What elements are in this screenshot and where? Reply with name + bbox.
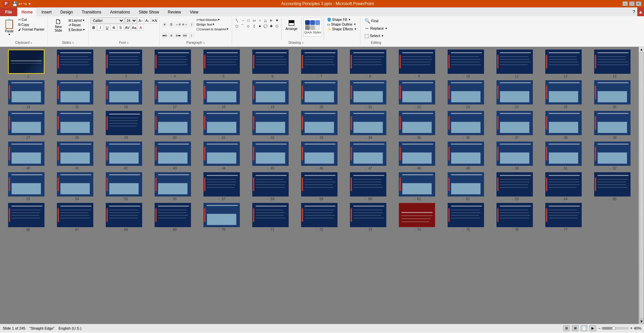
slide-item-46[interactable]: ☆46 bbox=[296, 142, 343, 170]
undo-button[interactable]: ↩ bbox=[19, 1, 22, 6]
slide-item-12[interactable]: ☆12 bbox=[540, 50, 587, 78]
slide-item-21[interactable]: ☆21 bbox=[345, 80, 392, 109]
slide-star-27[interactable]: ☆ bbox=[22, 136, 25, 140]
shape-callout-btn[interactable]: 💬 bbox=[263, 23, 268, 29]
slide-star-8[interactable]: ☆ bbox=[365, 75, 368, 78]
slide-item-47[interactable]: ☆47 bbox=[345, 142, 392, 170]
shape-star-btn[interactable]: ★ bbox=[257, 23, 262, 29]
slide-star-59[interactable]: ☆ bbox=[315, 198, 318, 201]
slide-star-69[interactable]: ☆ bbox=[169, 228, 171, 232]
shape-oval-btn[interactable]: ○ bbox=[257, 18, 262, 23]
slide-item-7[interactable]: ☆7 bbox=[296, 50, 343, 78]
align-text-dropdown[interactable]: ▼ bbox=[212, 23, 215, 26]
paste-button[interactable]: 📋 Paste ▼ bbox=[2, 18, 17, 37]
slide-item-6[interactable]: ☆6 bbox=[247, 50, 294, 78]
view-present-button[interactable]: ▶ bbox=[589, 325, 596, 331]
slide-item-65[interactable]: ☆65 bbox=[589, 172, 636, 201]
ribbon-collapse-button[interactable]: ▲ bbox=[637, 7, 644, 16]
slide-star-13[interactable]: ☆ bbox=[609, 75, 611, 78]
redo-button[interactable]: ↪ bbox=[23, 1, 27, 6]
section-button[interactable]: § Section ▼ bbox=[67, 28, 86, 32]
slide-star-67[interactable]: ☆ bbox=[71, 228, 74, 232]
shape-outline-dropdown[interactable]: ▼ bbox=[353, 23, 356, 26]
text-direction-dropdown[interactable]: ▼ bbox=[218, 18, 220, 21]
slide-star-43[interactable]: ☆ bbox=[169, 167, 171, 170]
slide-star-75[interactable]: ☆ bbox=[462, 228, 465, 232]
slide-item-52[interactable]: ☆52 bbox=[589, 142, 636, 170]
slide-star-39[interactable]: ☆ bbox=[609, 136, 611, 140]
shape-more-btn[interactable]: ▼ bbox=[274, 18, 280, 23]
slide-item-60[interactable]: ☆60 bbox=[345, 172, 392, 201]
slide-star-6[interactable]: ☆ bbox=[267, 75, 270, 78]
slide-item-64[interactable]: ☆64 bbox=[540, 172, 587, 201]
slide-star-10[interactable]: ☆ bbox=[462, 75, 465, 78]
shape-brace-btn[interactable]: { bbox=[251, 23, 257, 29]
slide-item-77[interactable]: ☆77 bbox=[540, 203, 587, 232]
strikethrough-button[interactable]: S bbox=[111, 25, 117, 31]
columns-button[interactable]: ⫶ bbox=[189, 32, 195, 38]
slide-star-61[interactable]: ☆ bbox=[413, 198, 416, 201]
tab-slideshow[interactable]: Slide Show bbox=[134, 7, 163, 16]
find-button[interactable]: 🔍 Find bbox=[362, 18, 389, 24]
view-slidesorter-button[interactable]: ⊠ bbox=[572, 325, 579, 331]
slide-star-44[interactable]: ☆ bbox=[218, 167, 220, 170]
cut-button[interactable]: ✂ Cut bbox=[17, 18, 45, 22]
slide-star-4[interactable]: ☆ bbox=[170, 75, 172, 78]
slide-star-19[interactable]: ☆ bbox=[266, 105, 269, 109]
slide-star-54[interactable]: ☆ bbox=[71, 198, 74, 201]
select-dropdown[interactable]: ▼ bbox=[381, 34, 384, 37]
decrease-font-button[interactable]: A↓ bbox=[144, 18, 151, 24]
slide-item-66[interactable]: ☆66 bbox=[3, 203, 50, 232]
shape-extra-btn[interactable]: ⬡ bbox=[274, 23, 280, 29]
convert-smartart-dropdown[interactable]: ▼ bbox=[226, 28, 229, 31]
scroll-thumb[interactable] bbox=[640, 52, 644, 319]
slide-star-15[interactable]: ☆ bbox=[71, 105, 74, 109]
shape-diamond-btn[interactable]: ◇ bbox=[246, 23, 251, 29]
increase-font-button[interactable]: A↑ bbox=[138, 18, 144, 24]
layout-dropdown[interactable]: ▼ bbox=[82, 19, 85, 22]
new-slide-button[interactable]: 🗋 NewSlide bbox=[50, 18, 67, 33]
slide-item-36[interactable]: ☆36 bbox=[443, 111, 489, 140]
scroll-down-button[interactable]: ▼ bbox=[640, 320, 643, 323]
slide-item-71[interactable]: ☆71 bbox=[247, 203, 294, 232]
slide-star-56[interactable]: ☆ bbox=[169, 198, 171, 201]
text-direction-button[interactable]: ⬄ Text Direction ▼ bbox=[195, 18, 230, 22]
slide-item-43[interactable]: ☆43 bbox=[149, 142, 196, 170]
slide-item-34[interactable]: ☆34 bbox=[345, 111, 392, 140]
slide-star-32[interactable]: ☆ bbox=[266, 136, 269, 140]
slide-item-72[interactable]: ☆72 bbox=[296, 203, 343, 232]
slide-item-55[interactable]: ☆55 bbox=[100, 172, 147, 201]
slide-item-54[interactable]: ☆54 bbox=[52, 172, 98, 201]
slide-item-39[interactable]: ☆39 bbox=[589, 111, 636, 140]
tab-animations[interactable]: Animations bbox=[106, 7, 134, 16]
slide-star-49[interactable]: ☆ bbox=[462, 167, 465, 170]
convert-smartart-button[interactable]: ⬡ Convert to SmartArt ▼ bbox=[195, 27, 230, 31]
slide-star-40[interactable]: ☆ bbox=[22, 167, 25, 170]
slide-star-26[interactable]: ☆ bbox=[609, 105, 611, 109]
slide-item-70[interactable]: ☆70 bbox=[198, 203, 245, 232]
slide-item-73[interactable]: ☆73 bbox=[345, 203, 392, 232]
font-size-select[interactable]: 24 bbox=[125, 18, 137, 24]
slide-star-46[interactable]: ☆ bbox=[315, 167, 318, 170]
slide-item-63[interactable]: ☆63 bbox=[491, 172, 538, 201]
drawing-expand-icon[interactable]: ↘ bbox=[301, 41, 304, 44]
font-name-select[interactable]: Calibri bbox=[91, 18, 124, 24]
slide-star-16[interactable]: ☆ bbox=[120, 105, 123, 109]
section-dropdown[interactable]: ▼ bbox=[83, 28, 85, 31]
slide-item-1[interactable]: ☆1 bbox=[3, 50, 50, 78]
slide-star-23[interactable]: ☆ bbox=[462, 105, 465, 109]
slide-star-29[interactable]: ☆ bbox=[120, 136, 123, 140]
slide-star-55[interactable]: ☆ bbox=[120, 198, 123, 201]
slide-star-70[interactable]: ☆ bbox=[218, 228, 220, 232]
reset-button[interactable]: ↺ Reset bbox=[67, 23, 86, 27]
tab-home[interactable]: Home bbox=[17, 7, 37, 16]
slide-star-72[interactable]: ☆ bbox=[315, 228, 318, 232]
scroll-up-button[interactable]: ▲ bbox=[640, 48, 643, 51]
slide-star-38[interactable]: ☆ bbox=[560, 136, 562, 140]
slide-item-62[interactable]: ☆62 bbox=[443, 172, 489, 201]
vertical-scrollbar[interactable]: ▲ ▼ bbox=[639, 47, 644, 324]
copy-button[interactable]: ⧉ Copy bbox=[17, 22, 45, 27]
shadow-button[interactable]: S bbox=[118, 25, 124, 31]
customize-button[interactable]: ▼ bbox=[28, 2, 31, 6]
align-left-button[interactable]: ⬅≡ bbox=[162, 32, 168, 38]
